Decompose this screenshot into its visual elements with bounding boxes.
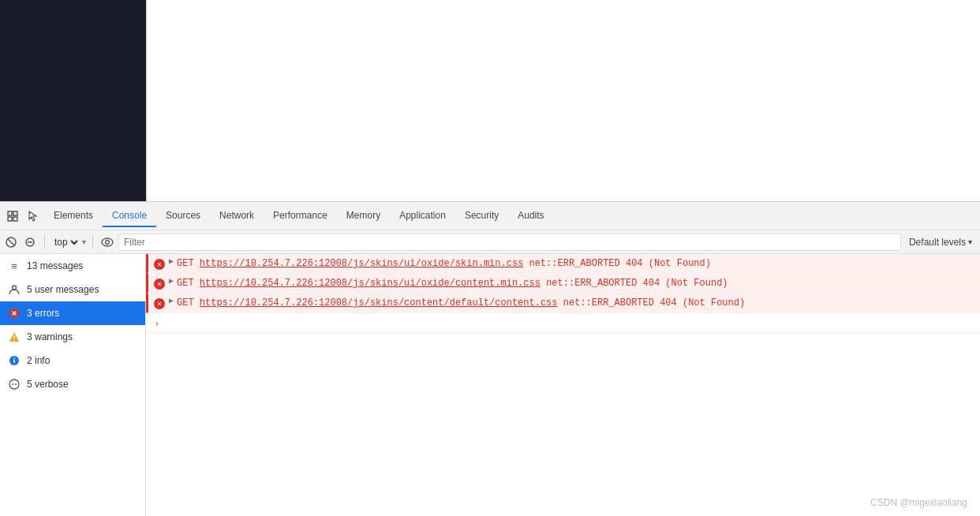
info-icon [8,354,21,367]
chevron-down-icon: ▾ [968,237,972,246]
errors-label: 3 errors [27,308,59,319]
log-text-3: GET https://10.254.7.226:12008/js/skins/… [177,296,975,310]
svg-point-21 [9,380,19,389]
error-icon-3: ✕ [153,297,166,310]
sidebar-item-errors[interactable]: 3 errors [0,301,145,325]
svg-rect-1 [13,211,17,215]
tab-network[interactable]: Network [210,205,264,227]
info-label: 2 info [27,355,50,366]
all-messages-label: 13 messages [27,260,83,271]
sidebar-item-info[interactable]: 2 info [0,349,145,372]
user-icon [8,283,21,296]
svg-rect-0 [8,211,12,215]
devtools-toolbar: top ▾ Default levels ▾ [0,230,980,254]
sidebar-item-user-messages[interactable]: 5 user messages [0,278,145,301]
svg-rect-3 [13,217,17,221]
toolbar-divider-2 [92,235,93,249]
log-row-error1[interactable]: ✕ ▶ GET https://10.254.7.226:12008/js/sk… [146,254,980,274]
error-icon-2: ✕ [153,278,166,290]
context-selector-wrap[interactable]: top ▾ [51,236,86,249]
devtools-tabs-bar: Elements Console Sources Network Perform… [0,202,980,230]
prompt-icon: › [151,317,163,330]
log-row-error2[interactable]: ✕ ▶ GET https://10.254.7.226:12008/js/sk… [146,274,980,294]
expand-arrow-3[interactable]: ▶ [169,296,174,305]
eye-icon[interactable] [99,234,115,250]
tab-application[interactable]: Application [390,205,455,227]
messages-icon: ≡ [8,260,21,272]
verbose-label: 5 verbose [27,379,69,390]
warnings-label: 3 warnings [27,331,73,342]
log-text-2: GET https://10.254.7.226:12008/js/skins/… [177,276,975,290]
sidebar-item-verbose[interactable]: 5 verbose [0,372,145,396]
svg-line-6 [8,239,14,245]
warning-icon [8,331,21,343]
svg-rect-2 [8,217,12,221]
log-row-prompt[interactable]: › [146,313,980,333]
svg-point-9 [102,238,113,246]
svg-point-22 [12,383,13,385]
tab-memory[interactable]: Memory [337,205,390,227]
sidebar-item-warnings[interactable]: 3 warnings [0,325,145,349]
log-url-1[interactable]: https://10.254.7.226:12008/js/skins/ui/o… [200,258,523,269]
svg-point-23 [15,383,17,385]
error-icon-1: ✕ [153,258,166,271]
tab-performance[interactable]: Performance [264,205,337,227]
stop-icon[interactable] [22,234,38,250]
tab-console[interactable]: Console [103,205,156,227]
svg-point-17 [13,339,15,341]
inspect-icon[interactable] [3,207,22,226]
svg-point-11 [13,286,17,290]
expand-arrow-2[interactable]: ▶ [169,276,174,286]
tab-sources[interactable]: Sources [156,205,210,227]
default-levels-label: Default levels [909,237,966,248]
console-log-area: ✕ ▶ GET https://10.254.7.226:12008/js/sk… [146,254,980,516]
svg-point-20 [13,357,15,359]
tab-elements[interactable]: Elements [44,205,103,227]
tab-security[interactable]: Security [455,205,508,227]
svg-point-10 [106,240,110,244]
log-url-2[interactable]: https://10.254.7.226:12008/js/skins/ui/o… [200,278,540,289]
context-select[interactable]: top [51,236,80,249]
cursor-icon[interactable] [24,207,43,226]
svg-marker-4 [29,211,36,221]
log-text-1: GET https://10.254.7.226:12008/js/skins/… [177,256,975,271]
toolbar-divider-1 [44,235,45,249]
user-messages-label: 5 user messages [27,284,99,295]
log-url-3[interactable]: https://10.254.7.226:12008/js/skins/cont… [200,297,558,308]
log-row-error3[interactable]: ✕ ▶ GET https://10.254.7.226:12008/js/sk… [146,294,980,313]
console-sidebar: ≡ 13 messages 5 user messages [0,254,146,516]
devtools-body: ≡ 13 messages 5 user messages [0,254,980,516]
clear-console-icon[interactable] [3,234,19,250]
error-circle-icon [8,307,21,320]
sidebar-item-all-messages[interactable]: ≡ 13 messages [0,254,145,278]
expand-arrow-1[interactable]: ▶ [169,256,174,266]
filter-input[interactable] [118,234,901,251]
verbose-icon [8,378,21,391]
watermark: CSDN @migexiaoliang [870,497,967,508]
default-levels-button[interactable]: Default levels ▾ [904,235,977,249]
tab-audits[interactable]: Audits [508,205,553,227]
